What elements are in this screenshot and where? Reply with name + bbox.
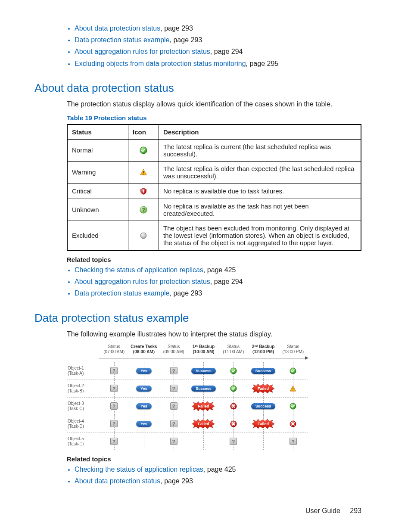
diagram-cell	[189, 433, 218, 450]
diagram-cell: ?	[99, 362, 129, 380]
related-topics-heading-2: Related topics	[67, 455, 361, 463]
diagram-row-label: Object-1(Task-A)	[67, 366, 99, 376]
protection-status-table: Status Icon Description NormalThe latest…	[67, 124, 361, 251]
yes-pill: Yes	[136, 368, 152, 374]
diagram-cell: ?	[159, 415, 189, 432]
diagram-cell: ?	[159, 398, 189, 415]
unknown-icon: ?	[110, 438, 118, 445]
diagram-cell	[218, 380, 248, 397]
diagram-cell: Failed	[189, 415, 218, 432]
diagram-cell	[218, 398, 248, 415]
unknown-icon: ?	[290, 438, 297, 445]
success-pill: Success	[191, 368, 216, 374]
related-link[interactable]: Checking the status of application repli…	[75, 466, 203, 473]
yes-pill: Yes	[136, 386, 152, 392]
diagram-body: Object-1(Task-A)?Yes?SuccessSuccessObjec…	[67, 362, 308, 450]
section-heading-example: Data protection status example	[34, 311, 361, 325]
failed-burst: Failed	[252, 419, 274, 429]
unknown-icon: ?	[110, 402, 118, 410]
table-row: WarningThe latest replica is older than …	[67, 161, 361, 183]
table-row: UnknownNo replica is available as the ta…	[67, 199, 361, 221]
yes-pill: Yes	[136, 421, 152, 427]
related-topics-heading-1: Related topics	[67, 256, 361, 263]
error-icon	[290, 420, 296, 427]
th-icon: Icon	[128, 124, 159, 140]
cell-description: The latest replica is current (the last …	[159, 139, 361, 161]
unknown-icon: ?	[110, 420, 118, 427]
related-list-2: Checking the status of application repli…	[67, 464, 361, 486]
related-link[interactable]: Checking the status of application repli…	[75, 266, 203, 274]
diagram-cell: Yes	[129, 362, 159, 380]
diagram-col-label: Status(09:00 AM)	[159, 343, 189, 356]
cell-description: The latest replica is older than expecte…	[159, 161, 361, 183]
diagram-cell: ?	[99, 415, 129, 432]
success-pill: Success	[191, 386, 216, 392]
diagram-cell: Failed	[189, 398, 218, 415]
diagram-col-label: Status(13:00 PM)	[278, 343, 308, 356]
ok-icon	[230, 367, 237, 374]
diagram-cell	[278, 380, 308, 397]
related-item: Data protection status example, page 293	[75, 288, 361, 298]
toc-item: Excluding objects from data protection s…	[75, 59, 361, 68]
warn-icon	[290, 385, 296, 392]
excluded-circle-icon	[140, 232, 147, 240]
diagram-row-label: Object-3(Task-C)	[67, 401, 99, 411]
check-green-icon	[140, 146, 147, 154]
diagram-cell: ?	[99, 433, 129, 450]
diagram-cell: Yes	[129, 398, 159, 415]
diagram-col-label: Create Tasks(08:00 AM)	[129, 343, 159, 356]
diagram-row-label: Object-4(Task-D)	[67, 419, 99, 429]
document-page: About data protection status, page 293Da…	[0, 0, 411, 532]
timeline-arrow	[67, 356, 308, 361]
diagram-cell: Success	[189, 380, 218, 397]
diagram-cell: Success	[248, 362, 278, 380]
footer-label: User Guide	[305, 507, 340, 514]
question-green-icon	[140, 206, 147, 214]
toc-link[interactable]: About data protection status	[75, 25, 160, 32]
diagram-cell: ?	[218, 433, 248, 450]
related-item: About data protection status, page 293	[75, 476, 361, 486]
diagram-row: Object-2(Task-B)?Yes?SuccessFailed	[67, 380, 308, 398]
warn-triangle-icon	[140, 168, 147, 176]
cell-description: No replica is available as the task has …	[159, 199, 361, 221]
cell-icon	[128, 183, 159, 199]
diagram-cell	[129, 433, 159, 450]
status-example-diagram: Status(07:00 AM)Create Tasks(08:00 AM)St…	[67, 343, 308, 450]
section2-intro: The following example illustrates how to…	[67, 329, 361, 339]
th-description: Description	[159, 124, 361, 140]
diagram-header: Status(07:00 AM)Create Tasks(08:00 AM)St…	[67, 343, 308, 356]
section-heading-about: About data protection status	[34, 81, 361, 95]
unknown-icon: ?	[230, 438, 237, 445]
diagram-cell: ?	[99, 380, 129, 397]
diagram-cell: ?	[99, 398, 129, 415]
diagram-row: Object-4(Task-D)?Yes?FailedFailed	[67, 415, 308, 433]
diagram-cell: ?	[278, 433, 308, 450]
error-icon	[230, 420, 237, 427]
cell-icon	[128, 199, 159, 221]
yes-pill: Yes	[136, 403, 152, 409]
toc-link[interactable]: Excluding objects from data protection s…	[75, 60, 246, 67]
diagram-row: Object-3(Task-C)?Yes?FailedSuccess	[67, 398, 308, 415]
related-link[interactable]: Data protection status example	[75, 289, 170, 297]
cell-icon	[128, 221, 159, 250]
cell-icon	[128, 139, 159, 161]
footer-page-number: 293	[350, 507, 361, 514]
toc-item: About aggregation rules for protection s…	[75, 47, 361, 56]
related-link[interactable]: About aggregation rules for protection s…	[75, 278, 210, 285]
diagram-col-label: 1ˢᵗ Backup(10:00 AM)	[189, 343, 218, 356]
related-item: Checking the status of application repli…	[75, 265, 361, 275]
cell-status: Excluded	[67, 221, 128, 250]
diagram-cell: Success	[248, 398, 278, 415]
diagram-cell	[218, 415, 248, 432]
success-pill: Success	[251, 403, 276, 409]
table-row: NormalThe latest replica is current (the…	[67, 139, 361, 161]
section1-intro: The protection status display allows qui…	[67, 99, 361, 109]
toc-link[interactable]: Data protection status example	[75, 36, 170, 44]
related-link[interactable]: About data protection status	[75, 477, 160, 485]
ok-icon	[290, 367, 296, 374]
diagram-cell: Failed	[248, 415, 278, 432]
unknown-icon: ?	[170, 438, 177, 445]
diagram-col-label: Status(11:00 AM)	[218, 343, 248, 356]
toc-item: About data protection status, page 293	[75, 23, 361, 33]
toc-link[interactable]: About aggregation rules for protection s…	[75, 48, 210, 55]
